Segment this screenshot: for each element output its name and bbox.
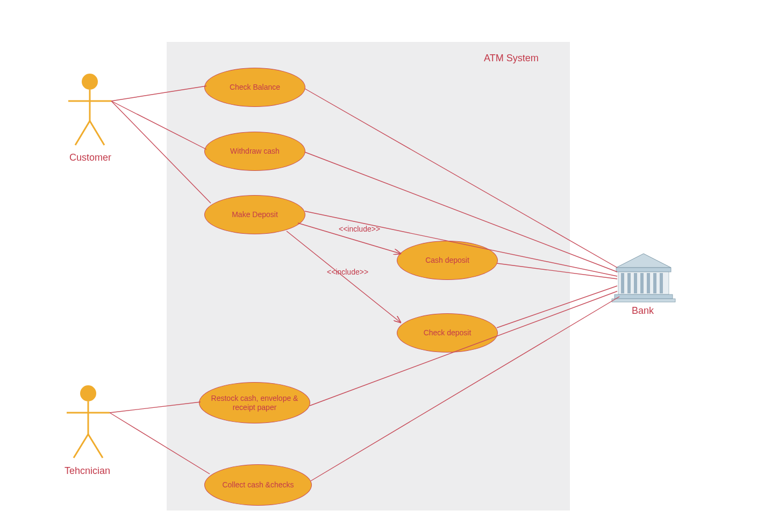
svg-rect-15	[634, 273, 637, 293]
svg-point-0	[82, 74, 98, 90]
usecase-label: Restock cash, envelope & receipt paper	[204, 394, 305, 411]
svg-rect-19	[660, 273, 663, 293]
actor-bank-icon	[612, 254, 675, 302]
usecase-make-deposit: Make Deposit	[204, 195, 305, 234]
usecase-check-balance: Check Balance	[204, 68, 305, 107]
svg-line-3	[75, 121, 90, 145]
usecase-cash-deposit: Cash deposit	[397, 241, 498, 280]
svg-rect-21	[612, 299, 675, 302]
actor-technician-label: Tehcnician	[65, 465, 110, 477]
svg-rect-18	[653, 273, 656, 293]
svg-line-4	[90, 121, 104, 145]
actor-technician-icon	[67, 385, 110, 458]
usecase-label: Cash deposit	[425, 256, 469, 264]
system-boundary	[167, 42, 570, 511]
include-label-2: <<include>>	[327, 268, 368, 276]
usecase-label: Check Balance	[230, 83, 280, 91]
usecase-label: Withdraw cash	[230, 147, 280, 155]
svg-rect-13	[621, 273, 624, 293]
svg-line-9	[88, 434, 103, 458]
svg-marker-10	[616, 254, 671, 268]
usecase-label: Collect cash &checks	[222, 480, 294, 489]
usecase-label: Check deposit	[424, 328, 472, 337]
svg-rect-20	[615, 294, 673, 299]
svg-rect-14	[627, 273, 631, 293]
actor-bank-label: Bank	[632, 305, 654, 317]
svg-rect-11	[616, 268, 671, 272]
usecase-label: Make Deposit	[232, 210, 278, 219]
usecase-withdraw-cash: Withdraw cash	[204, 132, 305, 171]
actor-customer-label: Customer	[69, 152, 111, 163]
include-label-1: <<include>>	[339, 225, 380, 233]
svg-rect-17	[647, 273, 650, 293]
system-title: ATM System	[484, 53, 539, 64]
actor-customer-icon	[68, 74, 111, 145]
svg-point-5	[80, 385, 96, 401]
usecase-check-deposit: Check deposit	[397, 313, 498, 353]
usecase-restock: Restock cash, envelope & receipt paper	[199, 382, 310, 423]
svg-rect-12	[618, 272, 669, 294]
svg-line-8	[74, 434, 88, 458]
usecase-collect: Collect cash &checks	[204, 464, 312, 506]
svg-rect-16	[640, 273, 644, 293]
